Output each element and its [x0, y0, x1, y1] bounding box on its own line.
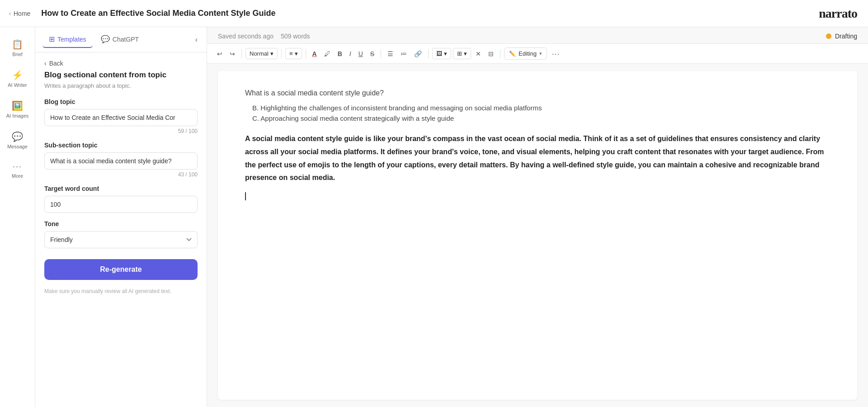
- editor-meta-bar: Saved seconds ago 509 words Drafting: [207, 27, 868, 43]
- underline-button[interactable]: U: [356, 48, 366, 60]
- word-count-label: Target word count: [44, 185, 198, 192]
- content-paragraph: A social media content style guide is li…: [245, 133, 830, 185]
- home-label: Home: [14, 10, 30, 17]
- home-link[interactable]: ‹ Home: [9, 10, 30, 17]
- sidebar-item-message[interactable]: 💬 Message: [2, 127, 33, 154]
- sub-section-field-group: Sub-section topic 43 / 100: [44, 142, 198, 178]
- doc-title: How to Create an Effective Social Media …: [41, 9, 275, 18]
- format-option-button[interactable]: ⊟: [486, 48, 496, 60]
- format-select[interactable]: Normal ▾: [245, 48, 278, 59]
- align-select[interactable]: ≡ ▾: [285, 48, 302, 59]
- content-question: What is a social media content style gui…: [245, 89, 830, 97]
- text-color-button[interactable]: A: [310, 48, 320, 60]
- toolbar-divider-1: [241, 49, 242, 58]
- back-arrow-icon: ‹: [44, 60, 47, 67]
- sidebar-label-ai-writer: AI Writer: [8, 82, 27, 88]
- template-desc: Writes a paragraph about a topic.: [44, 82, 198, 89]
- sidebar-item-brief[interactable]: 📋 Brief: [2, 34, 33, 62]
- paragraph-text: A social media content style guide is li…: [245, 135, 824, 181]
- table-chevron-icon: ▾: [464, 50, 467, 57]
- top-header: ‹ Home How to Create an Effective Social…: [0, 0, 868, 27]
- bold-button[interactable]: B: [335, 48, 345, 60]
- align-chevron-icon: ▾: [295, 50, 298, 57]
- toolbar-divider-2: [281, 49, 282, 58]
- drafting-status: Drafting: [835, 33, 857, 40]
- brief-icon: 📋: [12, 39, 23, 50]
- content-list: B. Highlighting the challenges of incons…: [245, 103, 830, 123]
- toolbar-more-button[interactable]: ⋯: [549, 48, 562, 60]
- editor-meta-left: Saved seconds ago 509 words: [218, 33, 310, 40]
- highlight-button[interactable]: 🖊: [321, 48, 333, 60]
- chatgpt-tab-icon: 💬: [101, 35, 110, 43]
- toolbar-divider-6: [500, 49, 500, 58]
- tone-select[interactable]: Friendly Professional Casual Formal: [44, 231, 198, 248]
- back-chevron-icon: ‹: [9, 10, 11, 17]
- undo-button[interactable]: ↩: [214, 48, 225, 60]
- word-count-input[interactable]: [44, 196, 198, 213]
- sub-section-label: Sub-section topic: [44, 142, 198, 149]
- redo-button[interactable]: ↪: [227, 48, 238, 60]
- text-cursor: [245, 192, 830, 200]
- editor-canvas[interactable]: What is a social media content style gui…: [218, 71, 857, 400]
- list-item: C. Approaching social media content stra…: [245, 113, 830, 123]
- template-title: Blog sectional content from topic: [44, 71, 198, 80]
- templates-tab-icon: ⊞: [49, 35, 55, 43]
- sidebar-item-ai-images[interactable]: 🖼️ AI Images: [2, 96, 33, 123]
- blog-topic-field-group: Blog topic 59 / 100: [44, 98, 198, 134]
- panel-tabs: ⊞ Templates 💬 ChatGPT ‹: [35, 27, 207, 52]
- tab-templates-label: Templates: [57, 36, 86, 43]
- tab-templates[interactable]: ⊞ Templates: [42, 31, 93, 48]
- panel-back-button[interactable]: ‹ Back: [35, 52, 207, 71]
- tab-chatgpt[interactable]: 💬 ChatGPT: [94, 31, 145, 48]
- sidebar-item-ai-writer[interactable]: ⚡ AI Writer: [2, 65, 33, 92]
- sidebar-label-brief: Brief: [12, 52, 23, 57]
- format-chevron-icon: ▾: [270, 50, 274, 57]
- saved-status: Saved seconds ago: [218, 33, 274, 40]
- more-icon: ···: [13, 162, 22, 171]
- regenerate-button[interactable]: Re-generate: [44, 259, 198, 280]
- editing-mode-button[interactable]: ✏️ Editing ▾: [504, 47, 547, 60]
- italic-button[interactable]: I: [347, 48, 354, 60]
- message-icon: 💬: [12, 131, 23, 142]
- align-icon: ≡: [289, 50, 293, 57]
- image-chevron-icon: ▾: [444, 50, 447, 57]
- sidebar-item-more[interactable]: ··· More: [2, 157, 33, 183]
- toolbar-divider-5: [428, 49, 429, 58]
- word-count-field-group: Target word count: [44, 185, 198, 213]
- tab-chatgpt-label: ChatGPT: [113, 36, 139, 43]
- image-icon: 🖼: [436, 50, 442, 57]
- tone-label: Tone: [44, 220, 198, 227]
- ai-images-icon: 🖼️: [12, 100, 23, 111]
- cursor-line-icon: [245, 192, 246, 200]
- sub-section-char-count: 43 / 100: [44, 171, 198, 178]
- sub-section-input[interactable]: [44, 152, 198, 170]
- toolbar-divider-3: [306, 49, 306, 58]
- tone-field-group: Tone Friendly Professional Casual Formal: [44, 220, 198, 248]
- numbered-list-button[interactable]: ≔: [398, 48, 410, 60]
- editing-label: Editing: [519, 50, 537, 57]
- image-insert[interactable]: 🖼 ▾: [432, 48, 451, 59]
- left-sidebar: 📋 Brief ⚡ AI Writer 🖼️ AI Images 💬 Messa…: [0, 27, 35, 407]
- bullet-list-button[interactable]: ☰: [385, 48, 396, 60]
- sidebar-label-ai-images: AI Images: [6, 113, 29, 118]
- format-label: Normal: [250, 50, 269, 57]
- editing-chevron-icon: ▾: [539, 51, 542, 57]
- clear-format-button[interactable]: ✕: [473, 48, 484, 60]
- blog-topic-char-count: 59 / 100: [44, 128, 198, 134]
- collapse-panel-button[interactable]: ‹: [193, 34, 199, 46]
- sidebar-label-more: More: [12, 173, 23, 179]
- back-label: Back: [49, 60, 63, 67]
- sidebar-label-message: Message: [7, 144, 28, 149]
- narrato-logo: narrato: [819, 6, 857, 21]
- list-item: B. Highlighting the challenges of incons…: [245, 103, 830, 113]
- status-dot-icon: [826, 33, 831, 39]
- strikethrough-button[interactable]: S: [368, 48, 377, 60]
- blog-topic-label: Blog topic: [44, 98, 198, 105]
- toolbar-divider-4: [381, 49, 381, 58]
- table-insert[interactable]: ⊞ ▾: [453, 48, 471, 59]
- editor-toolbar: ↩ ↪ Normal ▾ ≡ ▾ A 🖊 B I U S ☰ ≔ 🔗: [207, 43, 868, 64]
- blog-topic-input[interactable]: [44, 109, 198, 126]
- editor-meta-right: Drafting: [826, 33, 857, 40]
- panel: ⊞ Templates 💬 ChatGPT ‹ ‹ Back Blog sect…: [35, 27, 207, 407]
- link-button[interactable]: 🔗: [411, 48, 425, 60]
